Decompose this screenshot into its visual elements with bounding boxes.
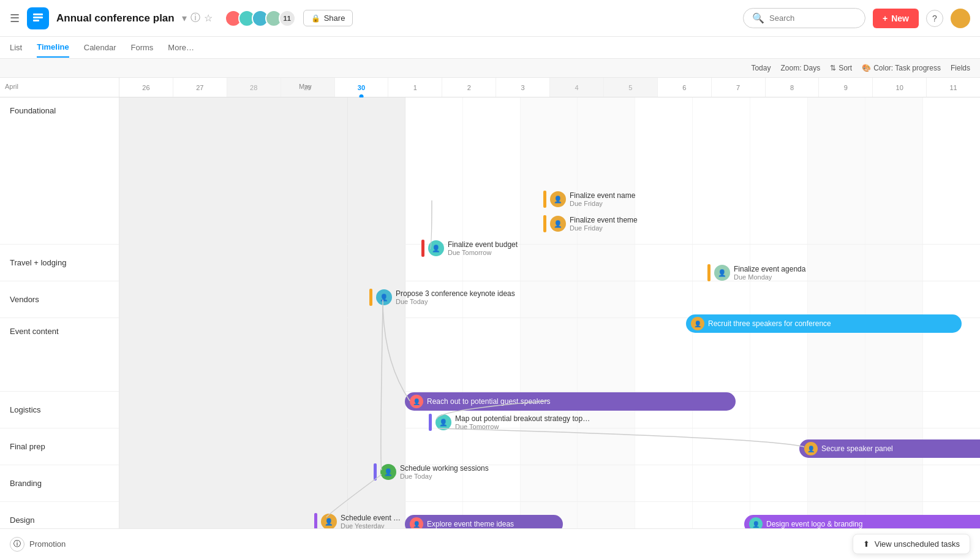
today-button[interactable]: Today: [751, 64, 771, 72]
task-pin-finalize-name[interactable]: 👤 Finalize event name Due Friday: [543, 191, 635, 208]
search-box[interactable]: 🔍: [743, 8, 865, 28]
task-bar-reach-out[interactable]: 👤 Reach out to potential guest speakers: [405, 392, 736, 411]
color-control[interactable]: 🎨 Color: Task progress: [862, 64, 941, 72]
chevron-down-icon[interactable]: ▾: [182, 12, 187, 24]
user-avatar[interactable]: [951, 9, 970, 28]
info-icon[interactable]: ⓘ: [190, 12, 200, 25]
task-label-explore-theme: Explore event theme ideas: [427, 520, 514, 528]
pin-title-finalize-theme: Finalize event theme: [570, 216, 638, 224]
timeline-toolbar: Today Zoom: Days ⇅ Sort 🎨 Color: Task pr…: [0, 59, 980, 78]
pin-due-schedule-sessions: Due Today: [400, 473, 489, 480]
task-label-design-logo: Design event logo & branding: [766, 520, 862, 528]
project-members: 11: [225, 10, 296, 27]
sort-button[interactable]: ⇅ Sort: [830, 64, 852, 72]
date-4: 4: [550, 78, 604, 97]
title-actions: ▾ ⓘ ☆: [182, 12, 213, 25]
task-pin-finalize-agenda[interactable]: 👤 Finalize event agenda Due Monday: [707, 264, 805, 281]
search-input[interactable]: [769, 13, 856, 23]
month-april: April: [5, 83, 18, 90]
sidebar-final-prep: Final prep: [0, 428, 119, 465]
section-labels: Foundational Travel + lodging Vendors Ev…: [0, 97, 119, 555]
unscheduled-tasks-button[interactable]: ⬆ View unscheduled tasks: [853, 534, 970, 554]
date-1: 1: [388, 78, 442, 97]
sidebar-event-content: Event content: [0, 318, 119, 392]
task-label-secure-panel: Secure speaker panel: [821, 444, 893, 453]
tab-forms[interactable]: Forms: [131, 38, 154, 57]
fields-button[interactable]: Fields: [951, 64, 970, 72]
pin-due-finalize-theme: Due Friday: [570, 224, 638, 232]
main-layout: April May 26 27 28 29 30 1 2 3: [0, 78, 980, 555]
svg-rect-2: [33, 20, 39, 21]
unscheduled-icon: ⬆: [863, 539, 870, 549]
pin-due-finalize-name: Due Friday: [570, 200, 635, 207]
timeline-content: 👤 Recruit three speakers for conference …: [119, 97, 980, 555]
tab-more[interactable]: More…: [168, 38, 194, 57]
bottom-bar: ⓘ Promotion ⬆ View unscheduled tasks: [0, 528, 980, 559]
nav-right: 🔍 + New ?: [743, 8, 970, 28]
app-icon: [27, 7, 49, 29]
bottom-promotion-label: Promotion: [29, 539, 66, 549]
pin-title-breakout: Map out potential breakout strategy top…: [455, 414, 590, 423]
month-may: May: [299, 83, 312, 90]
svg-rect-1: [33, 17, 43, 18]
date-5: 5: [604, 78, 658, 97]
date-9: 9: [819, 78, 873, 97]
sort-icon: ⇅: [830, 64, 836, 72]
help-button[interactable]: ?: [926, 10, 943, 27]
date-26: 26: [119, 78, 173, 97]
palette-icon: 🎨: [862, 64, 871, 72]
project-title: Annual conference plan: [56, 12, 175, 25]
task-label-recruit: Recruit three speakers for conference: [708, 319, 831, 328]
pin-title-finalize-agenda: Finalize event agenda: [734, 265, 805, 273]
sidebar-vendors: Vendors: [0, 281, 119, 318]
tab-calendar[interactable]: Calendar: [84, 38, 116, 57]
date-28: 28: [227, 78, 281, 97]
sidebar-travel: Travel + lodging: [0, 245, 119, 281]
tab-timeline[interactable]: Timeline: [37, 37, 69, 58]
date-7: 7: [712, 78, 766, 97]
sidebar-logistics: Logistics: [0, 392, 119, 428]
pin-due-finalize-budget: Due Tomorrow: [448, 249, 518, 256]
task-bar-secure-panel[interactable]: 👤 Secure speaker panel: [799, 439, 980, 458]
task-label-reach-out: Reach out to potential guest speakers: [427, 397, 550, 406]
pin-due-finalize-agenda: Due Monday: [734, 273, 805, 281]
date-10: 10: [873, 78, 927, 97]
pin-due-keynote: Due Today: [396, 298, 515, 305]
task-pin-keynote[interactable]: 👤 Propose 3 conference keynote ideas Due…: [369, 289, 515, 306]
hamburger-icon[interactable]: ☰: [10, 12, 20, 25]
zoom-control[interactable]: Zoom: Days: [780, 64, 820, 72]
plus-icon: +: [883, 13, 888, 23]
star-icon[interactable]: ☆: [204, 12, 213, 24]
sidebar-branding: Branding: [0, 465, 119, 502]
share-button[interactable]: 🔒 Share: [303, 10, 353, 26]
task-bar-recruit[interactable]: 👤 Recruit three speakers for conference: [686, 314, 962, 333]
new-button[interactable]: + New: [873, 9, 919, 28]
date-11: 11: [927, 78, 980, 97]
pin-title-schedule-sessions: Schedule working sessions: [400, 464, 489, 473]
task-avatar-reach-out: 👤: [410, 395, 423, 408]
date-27: 27: [173, 78, 227, 97]
svg-rect-0: [33, 13, 43, 15]
task-pin-finalize-theme[interactable]: 👤 Finalize event theme Due Friday: [543, 215, 638, 232]
task-pin-breakout[interactable]: 👤 Map out potential breakout strategy to…: [429, 414, 590, 431]
date-2: 2: [442, 78, 496, 97]
member-count[interactable]: 11: [279, 10, 296, 27]
task-avatar-recruit: 👤: [691, 317, 704, 330]
date-6: 6: [658, 78, 712, 97]
pin-due-breakout: Due Tomorrow: [455, 423, 590, 430]
info-circle-icon[interactable]: ⓘ: [10, 537, 24, 552]
date-8: 8: [766, 78, 820, 97]
pin-title-finalize-budget: Finalize event budget: [448, 240, 518, 249]
task-pin-schedule-event[interactable]: 👤 Schedule event … Due Yesterday: [314, 513, 401, 530]
grid-body: Foundational Travel + lodging Vendors Ev…: [0, 97, 980, 555]
pin-title-finalize-name: Finalize event name: [570, 191, 635, 200]
top-nav: ☰ Annual conference plan ▾ ⓘ ☆ 11 🔒 Shar…: [0, 0, 980, 37]
tab-list[interactable]: List: [10, 38, 22, 57]
task-pin-schedule-sessions[interactable]: 👤 Schedule working sessions Due Today: [374, 463, 489, 481]
date-header: April May 26 27 28 29 30 1 2 3: [0, 78, 980, 97]
task-pin-finalize-budget[interactable]: 👤 Finalize event budget Due Tomorrow: [421, 240, 518, 257]
search-icon: 🔍: [752, 12, 764, 24]
pin-title-keynote: Propose 3 conference keynote ideas: [396, 289, 515, 298]
sub-nav: List Timeline Calendar Forms More…: [0, 37, 980, 59]
date-3: 3: [496, 78, 550, 97]
